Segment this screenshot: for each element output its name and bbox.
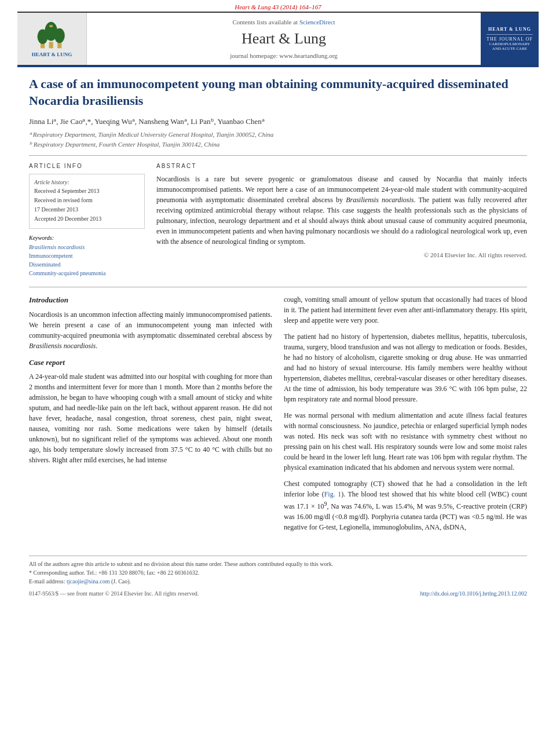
authors-line: Jinna Liᵃ, Jie Caoᵃ,*, Yueqing Wuᵃ, Nans… (29, 117, 527, 126)
footnote-email-link[interactable]: tjcaojie@sina.com (67, 578, 109, 585)
abstract-column: ABSTRACT Nocardiosis is a rare but sever… (156, 163, 527, 277)
svg-rect-1 (49, 42, 53, 48)
elsevier-logo: HEART & LUNG (32, 21, 72, 57)
doi-link[interactable]: http://dx.doi.org/10.1016/j.hrtlng.2013.… (420, 590, 527, 597)
hl-badge-sub2: CARDIOPULMONARYAND ACUTE CARE (489, 42, 531, 51)
case-text-1: A 24-year-old male student was admitted … (29, 371, 272, 465)
keyword-2: Immunocompetent (29, 251, 145, 260)
keyword-3: Disseminated (29, 260, 145, 269)
contents-text: Contents lists available at (232, 19, 298, 25)
info-abstract-columns: ARTICLE INFO Article history: Received 4… (29, 163, 527, 277)
article-title: A case of an immunocompetent young man o… (29, 76, 527, 109)
right-text-2: The patient had no history of hypertensi… (284, 331, 527, 404)
intro-text: Nocardiosis is an uncommon infection aff… (29, 309, 272, 351)
elsevier-logo-area: HEART & LUNG (17, 13, 87, 65)
abstract-text: Nocardiosis is a rare but severe pyogeni… (156, 174, 527, 247)
sciencedirect-anchor[interactable]: ScienceDirect (299, 19, 335, 25)
journal-homepage: journal homepage: www.heartandlung.org (230, 52, 337, 59)
received-revised-date: 17 December 2013 (34, 206, 78, 213)
issn-notice: 0147-9563/$ — see front matter © 2014 El… (29, 590, 199, 597)
right-text-3: He was normal personal with medium alime… (284, 410, 527, 473)
footnote-3-label: E-mail address: (29, 578, 67, 585)
footnote-email: E-mail address: tjcaojie@sina.com (J. Ca… (29, 577, 527, 586)
author-list: Jinna Liᵃ, Jie Caoᵃ,*, Yueqing Wuᵃ, Nans… (29, 117, 265, 126)
article-dates: Received 4 September 2013 Received in re… (34, 187, 140, 224)
received-date-1: Received 4 September 2013 (34, 188, 99, 194)
keywords-section: Keywords: Brasiliensis nocardiosis Immun… (29, 235, 145, 277)
received-revised-label: Received in revised form (34, 197, 93, 203)
keyword-1: Brasiliensis nocardiosis (29, 243, 145, 251)
intro-title: Introduction (29, 294, 272, 306)
header-center: Contents lists available at ScienceDirec… (87, 13, 481, 65)
body-columns: Introduction Nocardiosis is an uncommon … (29, 294, 527, 538)
keyword-4: Community-acquired pneumonia (29, 269, 145, 277)
sciencedirect-link: Contents lists available at ScienceDirec… (232, 19, 335, 25)
abstract-italic-species: Brasiliensis nocardiosis (346, 196, 414, 204)
copyright-notice: © 2014 Elsevier Inc. All rights reserved… (156, 251, 527, 258)
article-info-column: ARTICLE INFO Article history: Received 4… (29, 163, 145, 277)
accepted-date: Accepted 20 December 2013 (34, 216, 101, 222)
journal-ref: Heart & Lung 43 (2014) 164–167 (0, 0, 556, 12)
case-report-title: Case report (29, 357, 272, 368)
affiliation-a: ᵃ Respiratory Department, Tianjin Medica… (29, 131, 527, 138)
article-info-header: ARTICLE INFO (29, 163, 145, 169)
article-history-label: Article history: (34, 179, 140, 185)
svg-point-5 (54, 28, 64, 42)
body-left-col: Introduction Nocardiosis is an uncommon … (29, 294, 272, 538)
abstract-header: ABSTRACT (156, 163, 527, 169)
article-info-box: Article history: Received 4 September 20… (29, 174, 145, 229)
hl-badge-title: HEART & LUNG (488, 27, 531, 32)
section-divider-2 (29, 287, 527, 287)
right-text-1: cough, vomiting small amount of yellow s… (284, 294, 527, 326)
page-wrapper: Heart & Lung 43 (2014) 164–167 HEART & L… (0, 0, 556, 597)
elsevier-tree-icon (35, 21, 70, 50)
hl-badge-sub: THE JOURNAL OF (487, 36, 533, 42)
section-divider-1 (29, 155, 527, 156)
keywords-label: Keywords: (29, 235, 145, 241)
svg-rect-6 (49, 25, 52, 27)
superscript-9: 9 (324, 501, 327, 507)
intro-species-italic: Brasiliensis nocardiosis (29, 342, 96, 350)
article-content: A case of an immunocompetent young man o… (0, 67, 556, 550)
journal-title: Heart & Lung (242, 30, 326, 48)
journal-ref-text: Heart & Lung 43 (2014) 164–167 (235, 3, 321, 10)
footnote-2: * Corresponding author. Tel.: +86 131 32… (29, 568, 527, 577)
affiliation-b: ᵇ Respiratory Department, Fourth Center … (29, 141, 527, 148)
body-right-col: cough, vomiting small amount of yellow s… (284, 294, 527, 538)
hl-badge-area: HEART & LUNG THE JOURNAL OF CARDIOPULMON… (481, 13, 539, 65)
elsevier-text: HEART & LUNG (32, 52, 72, 57)
footnote-1: All of the authors agree this article to… (29, 560, 527, 568)
right-text-4: Chest computed tomography (CT) showed th… (284, 479, 527, 532)
fig1-ref: Fig. 1 (324, 490, 342, 498)
footnote-area: All of the authors agree this article to… (29, 556, 527, 586)
footnote-3-suffix: (J. Cao). (111, 578, 131, 585)
hl-badge: HEART & LUNG THE JOURNAL OF CARDIOPULMON… (487, 27, 533, 51)
header-main: HEART & LUNG Contents lists available at… (17, 12, 539, 65)
bottom-bar: 0147-9563/$ — see front matter © 2014 El… (29, 590, 527, 597)
